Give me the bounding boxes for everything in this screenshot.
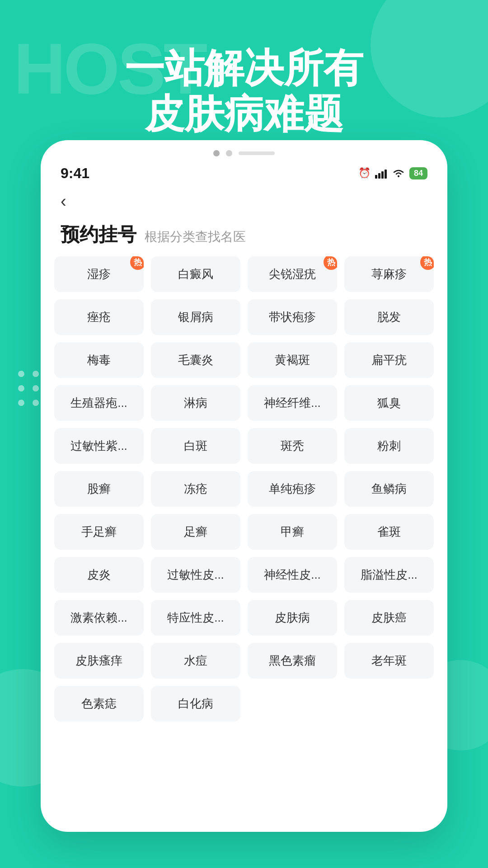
category-label: 皮炎 (87, 568, 111, 581)
category-label: 水痘 (184, 654, 207, 667)
category-item[interactable]: 斑秃 (248, 428, 337, 464)
category-item[interactable]: 狐臭 (344, 385, 434, 421)
category-item[interactable]: 神经性皮... (248, 557, 337, 593)
category-label: 白斑 (184, 439, 207, 453)
category-item[interactable]: 皮肤病 (248, 600, 337, 636)
category-item[interactable]: 特应性皮... (151, 600, 240, 636)
category-item[interactable]: 白化病 (151, 686, 240, 722)
category-label: 淋病 (184, 396, 207, 410)
category-item[interactable]: 黄褐斑 (248, 342, 337, 378)
category-item[interactable]: 雀斑 (344, 514, 434, 550)
category-item[interactable]: 痤疮 (54, 299, 144, 335)
category-label: 过敏性皮... (167, 568, 224, 581)
category-label: 斑秃 (281, 439, 304, 453)
category-item[interactable]: 过敏性皮... (151, 557, 240, 593)
category-label: 鱼鳞病 (371, 482, 407, 495)
category-label: 荨麻疹 (371, 267, 407, 281)
category-label: 手足癣 (81, 525, 117, 538)
category-item[interactable]: 甲癣 (248, 514, 337, 550)
category-item[interactable]: 水痘 (151, 643, 240, 679)
category-item[interactable]: 足癣 (151, 514, 240, 550)
page-subtitle: 根据分类查找名医 (145, 230, 246, 244)
page-title: 预约挂号 (61, 224, 136, 245)
back-button[interactable]: ‹ (41, 185, 447, 217)
wifi-icon (392, 168, 405, 178)
category-item[interactable]: 淋病 (151, 385, 240, 421)
hot-badge: 热 (420, 256, 434, 270)
svg-rect-1 (378, 173, 380, 179)
category-label: 激素依赖... (70, 611, 127, 624)
status-bar: 9:41 ⏰ 84 (41, 161, 447, 185)
category-label: 脱发 (377, 310, 401, 324)
category-item[interactable]: 过敏性紫... (54, 428, 144, 464)
category-label: 皮肤瘙痒 (75, 654, 122, 667)
category-item[interactable]: 老年斑 (344, 643, 434, 679)
category-label: 单纯疱疹 (269, 482, 316, 495)
category-item[interactable]: 股癣 (54, 471, 144, 507)
category-label: 黑色素瘤 (269, 654, 316, 667)
category-item[interactable]: 梅毒 (54, 342, 144, 378)
category-label: 冻疮 (184, 482, 207, 495)
category-item[interactable]: 银屑病 (151, 299, 240, 335)
svg-rect-2 (381, 171, 384, 179)
category-item[interactable]: 粉刺 (344, 428, 434, 464)
category-item[interactable]: 手足癣 (54, 514, 144, 550)
hero-title: 一站解决所有 皮肤病难题 (0, 45, 488, 137)
category-item[interactable]: 神经纤维... (248, 385, 337, 421)
category-item[interactable]: 单纯疱疹 (248, 471, 337, 507)
category-label: 老年斑 (371, 654, 407, 667)
category-label: 股癣 (87, 482, 111, 495)
svg-rect-3 (385, 170, 387, 179)
category-item[interactable]: 毛囊炎 (151, 342, 240, 378)
category-item[interactable]: 黑色素瘤 (248, 643, 337, 679)
category-item[interactable]: 皮肤癌 (344, 600, 434, 636)
category-label: 足癣 (184, 525, 207, 538)
category-label: 银屑病 (178, 310, 213, 324)
category-label: 白化病 (178, 697, 213, 710)
category-label: 毛囊炎 (178, 353, 213, 367)
back-arrow-icon: ‹ (61, 192, 66, 211)
status-time: 9:41 (61, 165, 89, 182)
hot-badge: 热 (324, 256, 337, 270)
category-item[interactable]: 脱发 (344, 299, 434, 335)
category-item[interactable]: 带状疱疹 (248, 299, 337, 335)
category-item[interactable]: 热荨麻疹 (344, 256, 434, 292)
category-item[interactable]: 鱼鳞病 (344, 471, 434, 507)
category-label: 神经纤维... (264, 396, 321, 410)
category-item[interactable]: 皮肤瘙痒 (54, 643, 144, 679)
category-label: 色素痣 (81, 697, 117, 710)
phone-top-bar (41, 140, 447, 161)
category-item[interactable]: 皮炎 (54, 557, 144, 593)
category-label: 湿疹 (87, 267, 111, 281)
status-icons: ⏰ 84 (358, 167, 427, 179)
category-label: 带状疱疹 (269, 310, 316, 324)
svg-rect-0 (375, 175, 377, 179)
category-item[interactable]: 白斑 (151, 428, 240, 464)
dash-indicator (239, 151, 275, 155)
category-item[interactable]: 扁平疣 (344, 342, 434, 378)
category-item[interactable]: 冻疮 (151, 471, 240, 507)
category-grid: 热湿疹白癜风热尖锐湿疣热荨麻疹痤疮银屑病带状疱疹脱发梅毒毛囊炎黄褐斑扁平疣生殖器… (54, 256, 434, 722)
category-label: 皮肤病 (275, 611, 310, 624)
phone-mockup: 9:41 ⏰ 84 ‹ 预约挂号 根据分类查找名医 热湿疹白癜风 (41, 140, 447, 832)
category-item[interactable]: 热尖锐湿疣 (248, 256, 337, 292)
category-item[interactable]: 色素痣 (54, 686, 144, 722)
category-label: 白癜风 (178, 267, 213, 281)
dot-indicator-2 (226, 150, 232, 156)
category-label: 皮肤癌 (371, 611, 407, 624)
category-item[interactable]: 白癜风 (151, 256, 240, 292)
category-grid-container[interactable]: 热湿疹白癜风热尖锐湿疣热荨麻疹痤疮银屑病带状疱疹脱发梅毒毛囊炎黄褐斑扁平疣生殖器… (41, 256, 447, 830)
battery-badge: 84 (409, 167, 427, 179)
category-item[interactable]: 生殖器疱... (54, 385, 144, 421)
svg-point-4 (398, 175, 399, 177)
category-label: 狐臭 (377, 396, 401, 410)
category-label: 扁平疣 (371, 353, 407, 367)
category-item[interactable]: 热湿疹 (54, 256, 144, 292)
category-label: 雀斑 (377, 525, 401, 538)
category-item[interactable]: 激素依赖... (54, 600, 144, 636)
category-item[interactable]: 脂溢性皮... (344, 557, 434, 593)
category-label: 特应性皮... (167, 611, 224, 624)
dot-indicator-1 (213, 150, 220, 156)
page-header: 预约挂号 根据分类查找名医 (41, 217, 447, 256)
category-label: 痤疮 (87, 310, 111, 324)
